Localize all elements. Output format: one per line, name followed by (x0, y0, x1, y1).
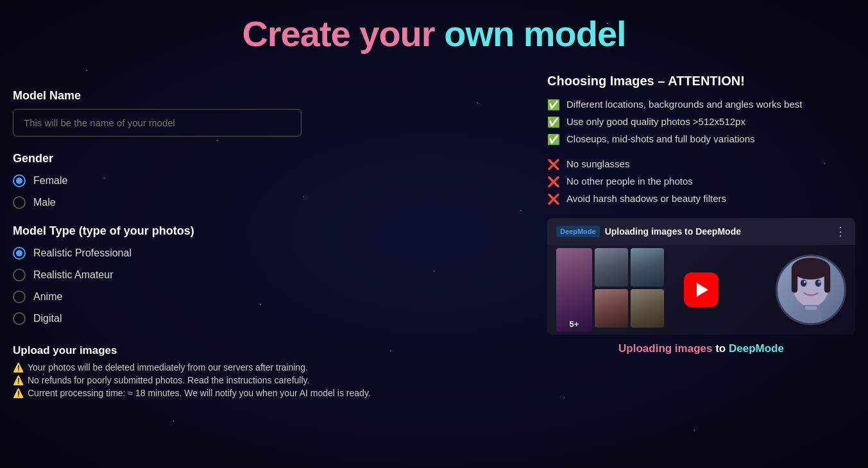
model-type-radio-realistic-amateur[interactable] (13, 269, 26, 281)
video-menu-icon[interactable]: ⋮ (835, 224, 846, 238)
bad-icon-1: ❌ (547, 158, 560, 171)
tip-good-text-1: Different locations, backgrounds and ang… (566, 99, 802, 110)
tips-divider (547, 151, 855, 158)
play-button[interactable] (684, 272, 719, 307)
bad-icon-3: ❌ (547, 193, 560, 205)
upload-label: Uploading images to DeepMode (547, 342, 855, 355)
tip-bad-text-3: Avoid harsh shadows or beauty filters (566, 193, 726, 204)
svg-rect-6 (792, 269, 797, 293)
upload-section: Upload your images ⚠️ Your photos will b… (13, 344, 522, 398)
model-name-section: Model Name (13, 89, 522, 137)
warning-icon-1: ⚠️ (13, 362, 24, 372)
upload-warning-1: ⚠️ Your photos will be deleted immediate… (13, 362, 522, 372)
model-type-section-title: Model Type (type of your photos) (13, 224, 522, 238)
svg-point-4 (818, 281, 821, 283)
gender-radio-female[interactable] (13, 174, 26, 187)
warning-icon-3: ⚠️ (13, 388, 24, 398)
svg-point-1 (801, 280, 806, 287)
thumb-col-1: 5+ (556, 248, 592, 331)
main-content: Model Name Gender Female Male (13, 74, 855, 401)
tip-good-text-3: Closeups, mid-shots and full body variat… (566, 133, 754, 144)
title-create: Create your (242, 13, 434, 54)
tip-good-1: ✅ Different locations, backgrounds and a… (547, 99, 855, 111)
model-type-radio-realistic-professional[interactable] (13, 247, 26, 260)
upload-warning-text-3: Current processing time: ≈ 18 minutes. W… (28, 388, 371, 398)
model-type-label-digital: Digital (33, 313, 62, 324)
video-logo-badge: DeepMode (556, 226, 600, 237)
model-type-label-realistic-amateur: Realistic Amateur (33, 269, 114, 281)
good-icon-1: ✅ (547, 99, 560, 111)
upload-warning-text-1: Your photos will be deleted immediately … (28, 362, 308, 372)
page-title: Create your own model (13, 13, 855, 54)
model-type-section: Model Type (type of your photos) Realist… (13, 224, 522, 325)
right-panel: Choosing Images – ATTENTION! ✅ Different… (547, 74, 855, 355)
warning-icon-2: ⚠️ (13, 375, 24, 385)
play-icon (697, 283, 708, 297)
model-type-option-anime[interactable]: Anime (13, 290, 522, 303)
thumb-3b (631, 289, 664, 328)
svg-rect-7 (824, 269, 830, 293)
thumb-2a (595, 248, 628, 287)
title-own-model: own model (444, 13, 625, 54)
gender-option-female[interactable]: Female (13, 174, 522, 187)
thumb-main: 5+ (556, 248, 592, 331)
upload-label-uploading: Uploading images (618, 342, 712, 355)
good-icon-3: ✅ (547, 133, 560, 146)
gender-label-male: Male (33, 197, 56, 208)
tip-good-2: ✅ Use only good quality photos >512x512p… (547, 116, 855, 128)
model-name-label: Model Name (13, 89, 522, 103)
svg-rect-9 (805, 306, 817, 310)
model-type-option-digital[interactable]: Digital (13, 312, 522, 325)
gender-radio-group: Female Male (13, 174, 522, 209)
upload-label-deepmode: DeepMode (729, 342, 784, 355)
tip-good-text-2: Use only good quality photos >512x512px (566, 116, 745, 127)
model-type-radio-group: Realistic Professional Realistic Amateur… (13, 247, 522, 325)
svg-point-3 (804, 281, 806, 283)
video-thumbnails-grid: 5+ (556, 248, 664, 331)
model-type-option-realistic-professional[interactable]: Realistic Professional (13, 247, 522, 260)
bad-icon-2: ❌ (547, 176, 560, 188)
model-type-label-realistic-professional: Realistic Professional (33, 247, 132, 259)
upload-section-title: Upload your images (13, 344, 522, 357)
model-name-input[interactable] (13, 109, 302, 137)
tip-bad-text-2: No other people in the photos (566, 176, 693, 187)
thumb-3a (631, 248, 664, 287)
ai-avatar (776, 255, 846, 325)
gender-section-title: Gender (13, 152, 522, 165)
model-type-label-anime: Anime (33, 291, 62, 303)
ai-avatar-svg (778, 255, 844, 325)
video-header: DeepMode Uploading images to DeepMode ⋮ (547, 218, 855, 245)
thumb-col-2 (595, 248, 628, 331)
tip-bad-2: ❌ No other people in the photos (547, 176, 855, 188)
model-type-radio-anime[interactable] (13, 290, 26, 303)
gender-radio-male[interactable] (13, 196, 26, 209)
video-thumbnail[interactable]: DeepMode Uploading images to DeepMode ⋮ … (547, 218, 855, 335)
model-type-option-realistic-amateur[interactable]: Realistic Amateur (13, 269, 522, 281)
thumb-2b (595, 289, 628, 328)
tip-bad-3: ❌ Avoid harsh shadows or beauty filters (547, 193, 855, 205)
good-icon-2: ✅ (547, 116, 560, 128)
gender-label-female: Female (33, 175, 67, 187)
upload-warning-3: ⚠️ Current processing time: ≈ 18 minutes… (13, 388, 522, 398)
choosing-images-title: Choosing Images – ATTENTION! (547, 74, 855, 88)
tip-good-3: ✅ Closeups, mid-shots and full body vari… (547, 133, 855, 146)
left-panel: Model Name Gender Female Male (13, 74, 522, 401)
upload-label-to: to (715, 342, 729, 355)
thumb-count: 5+ (556, 319, 592, 329)
model-type-radio-digital[interactable] (13, 312, 26, 325)
svg-point-2 (815, 280, 821, 287)
gender-option-male[interactable]: Male (13, 196, 522, 209)
gender-section: Gender Female Male (13, 152, 522, 209)
tip-bad-text-1: No sunglasses (566, 158, 629, 169)
video-preview[interactable]: 5+ (547, 245, 855, 335)
upload-warning-text-2: No refunds for poorly submitted photos. … (28, 375, 309, 385)
page-header: Create your own model (13, 0, 855, 74)
video-brand: DeepMode Uploading images to DeepMode (556, 226, 741, 237)
video-title-text: Uploading images to DeepMode (605, 226, 741, 237)
tip-bad-1: ❌ No sunglasses (547, 158, 855, 171)
upload-warning-2: ⚠️ No refunds for poorly submitted photo… (13, 375, 522, 385)
thumb-col-3 (631, 248, 664, 331)
